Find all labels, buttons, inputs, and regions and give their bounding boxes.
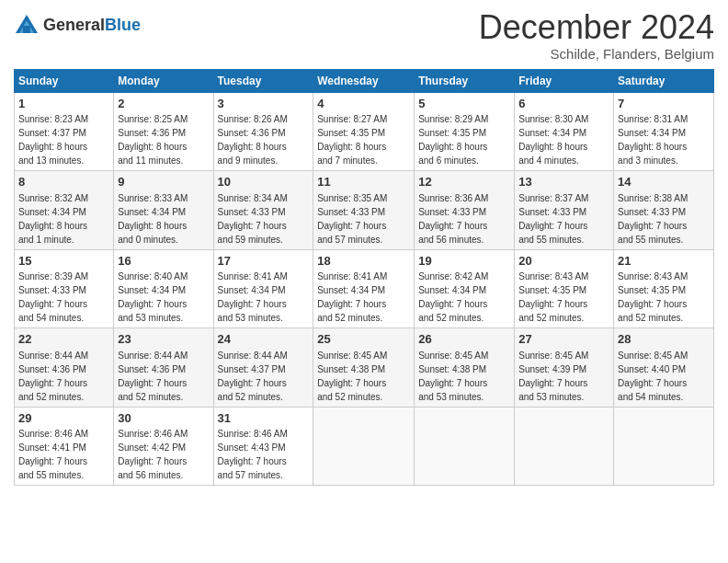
day-info: Sunrise: 8:25 AM Sunset: 4:36 PM Dayligh…	[118, 114, 188, 166]
logo-general: General	[43, 16, 105, 34]
table-row: 15Sunrise: 8:39 AM Sunset: 4:33 PM Dayli…	[15, 249, 114, 328]
table-row: 10Sunrise: 8:34 AM Sunset: 4:33 PM Dayli…	[213, 171, 313, 250]
day-info: Sunrise: 8:46 AM Sunset: 4:43 PM Dayligh…	[218, 429, 288, 480]
day-info: Sunrise: 8:39 AM Sunset: 4:33 PM Dayligh…	[18, 271, 88, 323]
day-info: Sunrise: 8:44 AM Sunset: 4:36 PM Dayligh…	[18, 350, 88, 402]
day-number: 19	[418, 253, 510, 270]
table-row: 3Sunrise: 8:26 AM Sunset: 4:36 PM Daylig…	[213, 92, 313, 171]
table-row: 24Sunrise: 8:44 AM Sunset: 4:37 PM Dayli…	[213, 328, 313, 408]
day-number: 25	[317, 331, 410, 348]
day-number: 31	[218, 410, 310, 427]
day-info: Sunrise: 8:40 AM Sunset: 4:34 PM Dayligh…	[118, 271, 188, 323]
day-info: Sunrise: 8:36 AM Sunset: 4:33 PM Dayligh…	[418, 193, 488, 245]
table-row: 31Sunrise: 8:46 AM Sunset: 4:43 PM Dayli…	[213, 407, 313, 486]
header: GeneralBlue December 2024 Schilde, Fland…	[14, 9, 714, 62]
day-number: 28	[618, 331, 710, 348]
table-row	[515, 407, 614, 486]
table-row: 30Sunrise: 8:46 AM Sunset: 4:42 PM Dayli…	[114, 407, 213, 486]
day-info: Sunrise: 8:33 AM Sunset: 4:34 PM Dayligh…	[118, 193, 188, 245]
day-info: Sunrise: 8:41 AM Sunset: 4:34 PM Dayligh…	[218, 271, 288, 323]
table-row: 17Sunrise: 8:41 AM Sunset: 4:34 PM Dayli…	[213, 249, 313, 328]
day-number: 17	[218, 253, 310, 270]
day-info: Sunrise: 8:27 AM Sunset: 4:35 PM Dayligh…	[317, 114, 387, 166]
day-number: 13	[518, 174, 609, 190]
header-thursday: Thursday	[415, 69, 515, 92]
day-number: 8	[18, 174, 109, 190]
svg-rect-2	[23, 26, 30, 33]
day-number: 10	[218, 174, 310, 190]
day-number: 15	[18, 253, 109, 270]
day-number: 24	[218, 331, 310, 348]
day-number: 7	[618, 96, 710, 112]
day-info: Sunrise: 8:45 AM Sunset: 4:39 PM Dayligh…	[518, 350, 588, 402]
table-row: 12Sunrise: 8:36 AM Sunset: 4:33 PM Dayli…	[415, 171, 515, 250]
day-number: 30	[118, 410, 209, 427]
location: Schilde, Flanders, Belgium	[479, 46, 714, 62]
header-monday: Monday	[114, 69, 213, 92]
table-row: 20Sunrise: 8:43 AM Sunset: 4:35 PM Dayli…	[515, 249, 614, 328]
header-tuesday: Tuesday	[213, 69, 313, 92]
table-row	[313, 407, 415, 486]
table-row	[415, 407, 515, 486]
day-number: 2	[118, 96, 209, 112]
calendar-table: Sunday Monday Tuesday Wednesday Thursday…	[14, 69, 714, 487]
logo-icon	[14, 13, 40, 39]
day-number: 4	[317, 96, 410, 112]
table-row	[614, 407, 714, 486]
table-row: 21Sunrise: 8:43 AM Sunset: 4:35 PM Dayli…	[614, 249, 714, 328]
logo-blue: Blue	[105, 16, 141, 34]
day-info: Sunrise: 8:31 AM Sunset: 4:34 PM Dayligh…	[618, 114, 688, 166]
day-info: Sunrise: 8:29 AM Sunset: 4:35 PM Dayligh…	[418, 114, 488, 166]
table-row: 2Sunrise: 8:25 AM Sunset: 4:36 PM Daylig…	[114, 92, 213, 171]
table-row: 8Sunrise: 8:32 AM Sunset: 4:34 PM Daylig…	[15, 171, 114, 250]
day-info: Sunrise: 8:38 AM Sunset: 4:33 PM Dayligh…	[618, 193, 688, 245]
table-row: 19Sunrise: 8:42 AM Sunset: 4:34 PM Dayli…	[415, 249, 515, 328]
day-info: Sunrise: 8:46 AM Sunset: 4:42 PM Dayligh…	[118, 429, 188, 480]
day-number: 12	[418, 174, 510, 190]
day-number: 9	[118, 174, 209, 190]
table-row: 9Sunrise: 8:33 AM Sunset: 4:34 PM Daylig…	[114, 171, 213, 250]
table-row: 7Sunrise: 8:31 AM Sunset: 4:34 PM Daylig…	[614, 92, 714, 171]
day-info: Sunrise: 8:30 AM Sunset: 4:34 PM Dayligh…	[518, 114, 588, 166]
header-saturday: Saturday	[614, 69, 714, 92]
day-info: Sunrise: 8:45 AM Sunset: 4:40 PM Dayligh…	[618, 350, 688, 402]
day-info: Sunrise: 8:46 AM Sunset: 4:41 PM Dayligh…	[18, 429, 88, 480]
title-block: December 2024 Schilde, Flanders, Belgium	[479, 9, 714, 62]
day-number: 21	[618, 253, 710, 270]
day-info: Sunrise: 8:43 AM Sunset: 4:35 PM Dayligh…	[618, 271, 688, 323]
table-row: 28Sunrise: 8:45 AM Sunset: 4:40 PM Dayli…	[614, 328, 714, 408]
table-row: 26Sunrise: 8:45 AM Sunset: 4:38 PM Dayli…	[415, 328, 515, 408]
day-info: Sunrise: 8:45 AM Sunset: 4:38 PM Dayligh…	[418, 350, 488, 402]
day-number: 26	[418, 331, 510, 348]
day-number: 6	[518, 96, 609, 112]
table-row: 4Sunrise: 8:27 AM Sunset: 4:35 PM Daylig…	[313, 92, 415, 171]
day-number: 29	[18, 410, 109, 427]
day-info: Sunrise: 8:35 AM Sunset: 4:33 PM Dayligh…	[317, 193, 387, 245]
page: GeneralBlue December 2024 Schilde, Fland…	[0, 0, 728, 495]
day-info: Sunrise: 8:26 AM Sunset: 4:36 PM Dayligh…	[218, 114, 288, 166]
day-number: 18	[317, 253, 410, 270]
table-row: 13Sunrise: 8:37 AM Sunset: 4:33 PM Dayli…	[515, 171, 614, 250]
header-wednesday: Wednesday	[313, 69, 415, 92]
table-row: 5Sunrise: 8:29 AM Sunset: 4:35 PM Daylig…	[415, 92, 515, 171]
table-row: 29Sunrise: 8:46 AM Sunset: 4:41 PM Dayli…	[15, 407, 114, 486]
day-number: 1	[18, 96, 109, 112]
header-sunday: Sunday	[15, 69, 114, 92]
day-info: Sunrise: 8:23 AM Sunset: 4:37 PM Dayligh…	[18, 114, 88, 166]
table-row: 27Sunrise: 8:45 AM Sunset: 4:39 PM Dayli…	[515, 328, 614, 408]
weekday-header-row: Sunday Monday Tuesday Wednesday Thursday…	[15, 69, 714, 92]
day-number: 20	[518, 253, 609, 270]
day-info: Sunrise: 8:34 AM Sunset: 4:33 PM Dayligh…	[218, 193, 288, 245]
table-row: 14Sunrise: 8:38 AM Sunset: 4:33 PM Dayli…	[614, 171, 714, 250]
day-number: 27	[518, 331, 609, 348]
table-row: 18Sunrise: 8:41 AM Sunset: 4:34 PM Dayli…	[313, 249, 415, 328]
month-title: December 2024	[479, 9, 714, 46]
table-row: 6Sunrise: 8:30 AM Sunset: 4:34 PM Daylig…	[515, 92, 614, 171]
day-number: 5	[418, 96, 510, 112]
table-row: 16Sunrise: 8:40 AM Sunset: 4:34 PM Dayli…	[114, 249, 213, 328]
day-number: 14	[618, 174, 710, 190]
day-info: Sunrise: 8:41 AM Sunset: 4:34 PM Dayligh…	[317, 271, 387, 323]
table-row: 25Sunrise: 8:45 AM Sunset: 4:38 PM Dayli…	[313, 328, 415, 408]
day-number: 22	[18, 331, 109, 348]
day-number: 23	[118, 331, 209, 348]
